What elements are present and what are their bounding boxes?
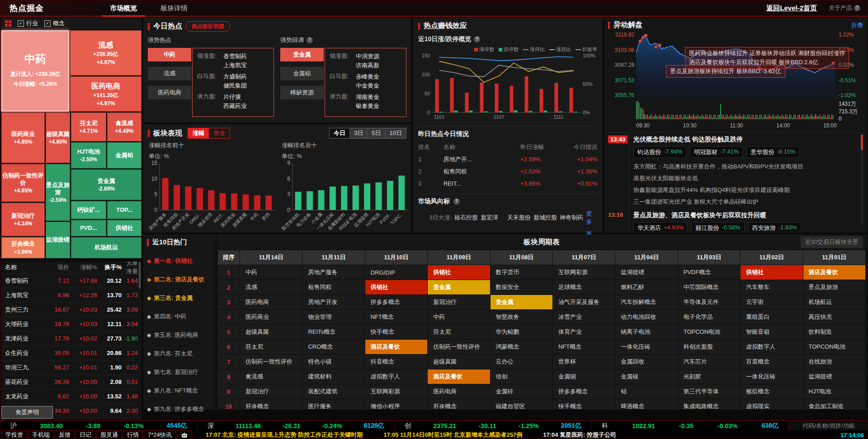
sector-cell[interactable]: TOPCON电池 (803, 340, 865, 355)
yesterday-row[interactable]: 2租售同权+2.53%+1.35% (418, 165, 597, 177)
sector-cell[interactable]: 数字货币 (490, 265, 552, 280)
sector-cell[interactable]: 汽车整车 (741, 280, 803, 295)
sector-cell[interactable]: TOPCON电池 (678, 325, 740, 340)
sector-cell[interactable]: NFT概念 (365, 310, 427, 325)
sector-cell[interactable]: 冰雪产业 (552, 310, 615, 325)
sector-cell[interactable]: 钴 (615, 384, 678, 399)
stock-row[interactable]: 龙津药业17.78+10.0227.73-1.90 (1, 332, 142, 346)
period-tab-10日[interactable]: 10日 (385, 128, 406, 138)
hot10-item[interactable]: ◆第五名: 医药电商 (147, 331, 216, 339)
stock-chip[interactable]: 华天酒店+4.63% (633, 222, 688, 231)
sector-cell[interactable]: 信创 (490, 369, 552, 384)
sector-cell[interactable]: 一体化压铸 (615, 340, 678, 355)
sector-cell[interactable]: 供销社 (365, 280, 427, 295)
sector-cell[interactable]: 一体化压铸 (741, 369, 803, 384)
hot10-item[interactable]: ◆第九名: 拼多多概念 (147, 405, 216, 413)
stock-row[interactable]: 贵州三力16.67+10.0325.423.09 (1, 303, 142, 317)
taskbar-button-反馈[interactable]: 反馈 (55, 430, 75, 439)
sector-cell[interactable]: 光刻胶 (678, 369, 740, 384)
detail-stocks[interactable]: 赤峰黄金中金黄金 (356, 72, 379, 90)
news-sub-line[interactable]: 协鑫新能源尾盘拉升44% 机构指Q4料迎光伏项目建设高峰期 (633, 184, 863, 196)
sector-cell[interactable]: 饮料制造 (803, 325, 865, 340)
treemap-tile[interactable]: 芬太尼+4.71% (71, 112, 106, 141)
sector-cell[interactable]: 抖音概念 (365, 355, 427, 369)
period-tab-今日[interactable]: 今日 (330, 128, 349, 138)
mode-tab-资金[interactable]: 资金 (209, 128, 230, 138)
taskbar-button-股灵通[interactable]: 股灵通 (96, 430, 122, 439)
sector-cell[interactable]: 租售同权 (302, 280, 365, 295)
treemap-tile[interactable]: 供销社 (107, 220, 142, 236)
sector-cell[interactable]: 金属锌 (490, 384, 552, 399)
treemap-tile[interactable]: 钙钛矿... (71, 201, 106, 219)
back-level2-link[interactable]: 返回Level-2首页 (766, 4, 817, 13)
sector-cell[interactable]: 盐湖提锂 (803, 369, 865, 384)
treemap-tile[interactable]: 医药电商+141.35亿+4.97% (70, 76, 142, 112)
sector-cell[interactable]: 体育产业 (552, 325, 615, 340)
treemap-tile[interactable]: HJT电池-2.50% (71, 142, 106, 168)
stock-row[interactable]: 华润三九56.27+10.011.900.22 (1, 360, 142, 375)
sector-cell[interactable]: 食品加工制造 (803, 399, 865, 409)
sector-cell[interactable]: 高压快充 (803, 310, 865, 325)
sector-cell[interactable]: 动力电池回收 (615, 310, 678, 325)
sector-cell[interactable]: HJT电池 (803, 384, 865, 399)
sector-cell[interactable]: 互联网彩票 (552, 265, 615, 280)
sector-cell[interactable]: 贵金属 (490, 295, 552, 310)
sector-cell[interactable]: 中药 (240, 265, 302, 280)
sector-cell[interactable]: 中药 (428, 310, 490, 325)
sector-cell[interactable]: 数据安全 (490, 280, 552, 295)
sector-cell[interactable]: 福建自贸区 (490, 399, 552, 409)
stock-row[interactable]: 太龙药业6.82+10.0013.521.48 (1, 389, 142, 404)
sector-cell[interactable]: DRG/DIP (365, 265, 427, 280)
stock-chip[interactable]: 意华股份-8.15% (746, 146, 799, 158)
treemap-layout-icon[interactable] (5, 20, 11, 27)
treemap-tile[interactable]: 盐湖提锂 (46, 222, 70, 258)
sector-cell[interactable]: REITs概念 (302, 325, 365, 340)
sector-cell[interactable]: 肝炎概念 (428, 399, 490, 409)
treemap-tile[interactable]: 新冠治疗+4.34% (1, 203, 45, 236)
treemap-tile[interactable]: TOP... (107, 201, 142, 219)
taskbar-button-7*24快讯[interactable]: 7*24快讯 (144, 430, 176, 439)
sector-cell[interactable]: 医药电商 (240, 295, 302, 310)
more-link[interactable]: 更多 (586, 210, 597, 226)
sector-cell[interactable]: 电子化学品 (678, 310, 740, 325)
sector-cell[interactable]: 医药商业 (240, 310, 302, 325)
sector-cell[interactable]: 流感 (240, 280, 302, 295)
detail-stocks[interactable]: 湖南黄金银泰黄金 (356, 93, 379, 110)
sector-cell[interactable]: 世界杯 (552, 355, 615, 369)
news-sub-line[interactable]: 东方雨虹：与晶澳科技开展合作，推动BAPV和BIPV光伏发电项目 (633, 161, 863, 173)
sector-cell[interactable]: 啤酒概念 (615, 399, 678, 409)
sector-cell[interactable]: 汽车芯片 (678, 355, 740, 369)
sector-cell[interactable]: 猴痘概念 (741, 384, 803, 399)
news-sub-line[interactable]: 三一集团进军光伏产业 首根大尺寸单晶硅棒出炉 (633, 196, 863, 208)
sector-cell[interactable]: 医药电商 (428, 384, 490, 399)
sector-cell[interactable]: 新冠治疗 (428, 295, 490, 310)
news-sub-line[interactable]: 港股光伏太阳能板块走低 (633, 173, 863, 184)
hot10-item[interactable]: ◆第二名: 酒店及餐饮 (147, 276, 216, 284)
help-icon[interactable]: ? (307, 37, 313, 43)
yesterday-row[interactable]: 1房地产开...+2.59%+1.54% (418, 153, 597, 165)
sector-cell[interactable]: 仿制药一致性评价 (428, 340, 490, 355)
ticker-item[interactable]: 17:04 复星医药: 控股子公司 (543, 431, 616, 439)
overview-30d-button[interactable]: 近30交易日板块全景 (801, 236, 863, 248)
sector-cell[interactable]: 鸿蒙概念 (490, 340, 552, 355)
sector-cell[interactable]: 拼多多概念 (365, 295, 427, 310)
hot10-item[interactable]: ◆第八名: NFT概念 (147, 387, 216, 395)
sector-cell[interactable]: 油气开采及服务 (552, 295, 615, 310)
period-tab-3日[interactable]: 3日 (349, 128, 367, 138)
sector-cell[interactable]: PVDF概念 (678, 265, 740, 280)
sector-cell[interactable]: 第三代半导体 (678, 384, 740, 399)
disclaimer-button[interactable]: 免责声明 (1, 406, 53, 419)
treemap-tile[interactable]: 禽流感+4.49% (107, 112, 142, 141)
sector-cell[interactable]: 物业管理 (302, 310, 365, 325)
sector-cell[interactable]: 新冠治疗 (240, 384, 302, 399)
sector-cell[interactable]: 金属镍 (615, 369, 678, 384)
sector-cell[interactable]: 酒店及餐饮 (428, 369, 490, 384)
robot-icon[interactable] (177, 430, 192, 439)
sector-cell[interactable]: 虚拟现实 (741, 399, 803, 409)
hot10-item[interactable]: ◆第三名: 贵金属 (147, 294, 216, 302)
sector-cell[interactable]: 半导体及元件 (678, 295, 740, 310)
sector-cell[interactable]: 科创次新股 (678, 340, 740, 355)
treemap-tile[interactable]: 肝炎概念+3.96% (1, 237, 45, 258)
sector-cell[interactable]: 华为鲲鹏 (490, 325, 552, 340)
sector-cell[interactable]: 金属铜 (552, 369, 615, 384)
